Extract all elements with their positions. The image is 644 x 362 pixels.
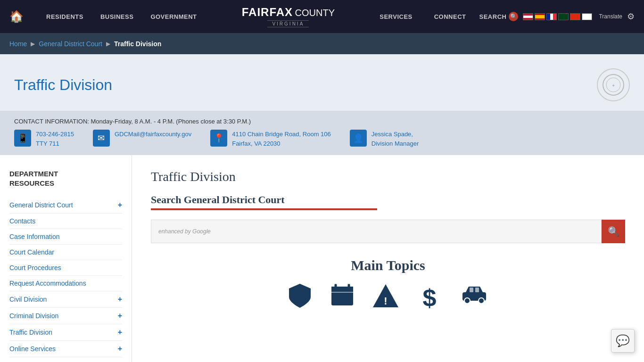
sidebar-link-traffic[interactable]: Traffic Division: [9, 329, 52, 336]
sidebar-item-traffic[interactable]: Traffic Division +: [9, 324, 122, 341]
page-title: Traffic Division: [14, 76, 112, 94]
contact-phone-text: 703-246-2815 TTY 711: [36, 130, 74, 148]
sidebar-item-gdc[interactable]: General District Court +: [9, 197, 122, 214]
sidebar-link-case-info[interactable]: Case Information: [9, 233, 60, 240]
sidebar-item-court-procedures[interactable]: Court Procedures: [9, 260, 122, 276]
sidebar-plus-online-services[interactable]: +: [118, 345, 122, 353]
sidebar-item-online-services[interactable]: Online Services +: [9, 341, 122, 357]
sidebar-item-accommodations[interactable]: Request Accommodations: [9, 276, 122, 291]
topic-icon-car[interactable]: [460, 283, 488, 309]
main-content: DEPARTMENTRESOURCES General District Cou…: [0, 155, 644, 362]
sidebar-plus-traffic[interactable]: +: [118, 328, 122, 337]
search-button[interactable]: SEARCH 🔍: [479, 12, 519, 21]
nav-government[interactable]: GOVERNMENT: [142, 0, 205, 33]
location-icon: 📍: [210, 130, 227, 147]
breadcrumb-arrow-2: ▶: [106, 41, 110, 47]
content-title: Traffic Division: [151, 169, 625, 184]
site-logo[interactable]: FAIRFAX COUNTY VIRGINIA: [206, 6, 372, 27]
nav-right: SERVICES CONNECT SEARCH 🔍 Translate ⚙: [371, 0, 635, 33]
breadcrumb: Home ▶ General District Court ▶ Traffic …: [0, 33, 644, 54]
sidebar-link-online-services[interactable]: Online Services: [9, 345, 56, 353]
sidebar-plus-criminal[interactable]: +: [118, 312, 122, 320]
nav-connect[interactable]: CONNECT: [426, 0, 475, 33]
sidebar-link-gdc[interactable]: General District Court: [9, 201, 73, 209]
search-label: SEARCH: [479, 13, 507, 20]
contact-manager: 👤 Jessica Spade, Division Manager: [350, 130, 419, 148]
svg-rect-7: [331, 287, 353, 292]
phone-icon: 📱: [14, 130, 31, 147]
contact-email-text[interactable]: GDCMail@fairfaxcounty.gov: [115, 130, 191, 139]
sidebar-item-civil[interactable]: Civil Division +: [9, 291, 122, 308]
sidebar-link-criminal[interactable]: Criminal Division: [9, 312, 58, 320]
sidebar-item-court-calendar[interactable]: Court Calendar: [9, 245, 122, 260]
nav-business[interactable]: BUSINESS: [92, 0, 142, 33]
search-icon: 🔍: [509, 12, 518, 21]
breadcrumb-home[interactable]: Home: [9, 40, 27, 48]
top-navigation: 🏠 RESIDENTS BUSINESS GOVERNMENT FAIRFAX …: [0, 0, 644, 33]
topic-icon-calendar[interactable]: [330, 283, 354, 309]
search-submit-button[interactable]: 🔍: [602, 220, 625, 243]
contact-address: 📍 4110 Chain Bridge Road, Room 106 Fairf…: [210, 130, 331, 148]
topic-icon-dollar[interactable]: $: [418, 283, 441, 309]
sidebar-heading: DEPARTMENTRESOURCES: [9, 169, 122, 188]
nav-residents[interactable]: RESIDENTS: [38, 0, 92, 33]
sidebar-link-accommodations[interactable]: Request Accommodations: [9, 280, 86, 287]
svg-point-14: [479, 298, 484, 304]
chat-widget[interactable]: 💬: [611, 329, 635, 353]
flag-pk[interactable]: [558, 13, 569, 20]
svg-point-13: [464, 298, 470, 304]
topics-icons: ! $: [151, 283, 625, 309]
sidebar-item-criminal[interactable]: Criminal Division +: [9, 308, 122, 324]
sidebar-plus-gdc[interactable]: +: [118, 201, 122, 209]
contact-info-label: CONTACT INFORMATION: Monday-Friday, 8 A.…: [14, 118, 630, 125]
svg-text:$: $: [422, 284, 436, 309]
main-topics-title: Main Topics: [151, 257, 625, 273]
car-svg: [460, 283, 488, 304]
nav-links: RESIDENTS BUSINESS GOVERNMENT: [38, 0, 206, 33]
flag-cn[interactable]: [570, 13, 580, 20]
red-underline: [151, 208, 377, 210]
nav-services[interactable]: SERVICES: [371, 0, 421, 33]
sidebar-link-civil[interactable]: Civil Division: [9, 296, 47, 303]
svg-rect-15: [470, 288, 473, 292]
breadcrumb-parent[interactable]: General District Court: [39, 40, 102, 48]
flag-es[interactable]: [535, 13, 545, 20]
search-section-title: Search General District Court: [151, 194, 625, 206]
shield-svg: [288, 283, 312, 309]
logo-fairfax: FAIRFAX: [242, 6, 293, 18]
breadcrumb-current: Traffic Division: [114, 40, 161, 48]
svg-text:!: !: [384, 295, 387, 307]
dollar-svg: $: [418, 283, 441, 309]
sidebar-link-contacts[interactable]: Contacts: [9, 217, 35, 225]
language-flags: [523, 13, 592, 20]
sidebar-item-case-info[interactable]: Case Information: [9, 229, 122, 245]
home-icon[interactable]: 🏠: [9, 10, 24, 23]
search-powered-text: enhanced by Google: [158, 228, 211, 235]
sidebar-item-contacts[interactable]: Contacts: [9, 214, 122, 229]
content-area: Traffic Division Search General District…: [132, 155, 644, 362]
search-bar-area: enhanced by Google 🔍: [151, 220, 625, 243]
contact-phone: 📱 703-246-2815 TTY 711: [14, 130, 74, 148]
logo-county: COUNTY: [295, 8, 335, 18]
contact-banner: CONTACT INFORMATION: Monday-Friday, 8 A.…: [0, 111, 644, 155]
flag-fr[interactable]: [546, 13, 557, 20]
email-icon: ✉: [93, 130, 110, 147]
county-seal: ✦: [597, 68, 630, 101]
contact-email: ✉ GDCMail@fairfaxcounty.gov: [93, 130, 191, 147]
topic-icon-shield[interactable]: [288, 283, 312, 309]
flag-kr[interactable]: [582, 13, 592, 20]
flag-us[interactable]: [523, 13, 533, 20]
svg-rect-16: [475, 288, 479, 292]
sidebar-link-court-calendar[interactable]: Court Calendar: [9, 248, 54, 256]
breadcrumb-arrow-1: ▶: [31, 41, 35, 47]
sidebar: DEPARTMENTRESOURCES General District Cou…: [0, 155, 132, 362]
contact-address-text: 4110 Chain Bridge Road, Room 106 Fairfax…: [232, 130, 331, 148]
contact-manager-text: Jessica Spade, Division Manager: [372, 130, 419, 148]
settings-icon[interactable]: ⚙: [627, 11, 635, 22]
person-icon: 👤: [350, 130, 367, 147]
translate-link[interactable]: Translate: [599, 13, 622, 20]
sidebar-plus-civil[interactable]: +: [118, 295, 122, 304]
topic-icon-warning[interactable]: !: [373, 283, 399, 309]
contact-items: 📱 703-246-2815 TTY 711 ✉ GDCMail@fairfax…: [14, 130, 630, 148]
sidebar-link-court-procedures[interactable]: Court Procedures: [9, 264, 61, 272]
